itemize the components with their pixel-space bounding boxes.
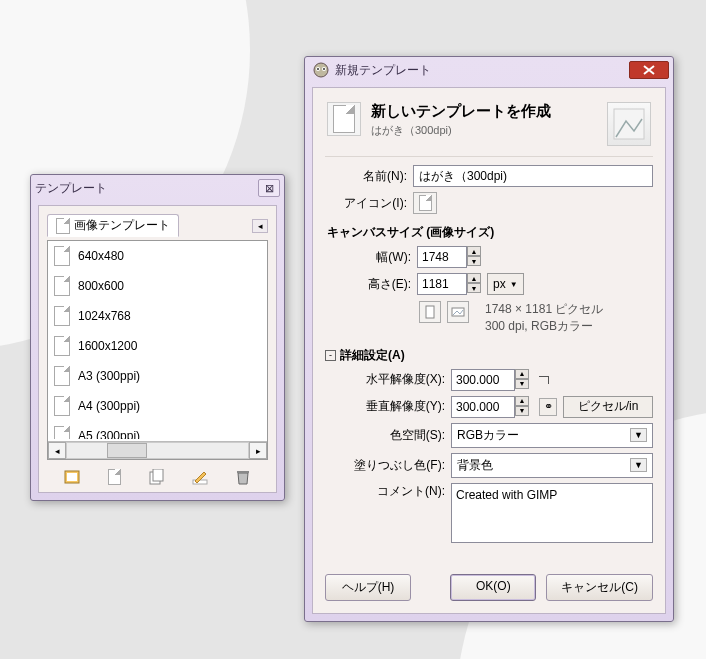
svg-rect-5 <box>237 471 249 473</box>
colorspace-combo[interactable]: RGBカラー▼ <box>451 423 653 448</box>
window-title: テンプレート <box>35 180 256 197</box>
tab-image-templates[interactable]: 画像テンプレート <box>47 214 179 237</box>
template-list: 640x480800x6001024x7681600x1200A3 (300pp… <box>47 240 268 460</box>
spin-up-icon[interactable]: ▲ <box>515 396 529 406</box>
comment-field[interactable] <box>451 483 653 543</box>
ok-button[interactable]: OK(O) <box>450 574 536 601</box>
list-item[interactable]: 640x480 <box>48 241 267 271</box>
list-item[interactable]: 1600x1200 <box>48 331 267 361</box>
height-field[interactable] <box>417 273 467 295</box>
svg-point-9 <box>317 68 319 70</box>
header-subtitle: はがき（300dpi) <box>371 123 597 138</box>
fill-label: 塗りつぶし色(F): <box>339 457 445 474</box>
page-icon <box>56 218 70 234</box>
portrait-button[interactable] <box>419 301 441 323</box>
button-bar: ヘルプ(H) OK(O) キャンセル(C) <box>325 574 653 601</box>
canvas-size-section: キャンバスサイズ (画像サイズ) <box>327 224 653 241</box>
duplicate-template-icon[interactable] <box>148 468 166 486</box>
page-icon <box>54 306 70 326</box>
tab-label: 画像テンプレート <box>74 217 170 234</box>
app-icon <box>313 62 329 78</box>
spin-down-icon[interactable]: ▼ <box>515 406 529 416</box>
fill-combo[interactable]: 背景色▼ <box>451 453 653 478</box>
spin-up-icon[interactable]: ▲ <box>467 273 481 283</box>
list-item-label: A5 (300ppi) <box>78 429 140 439</box>
list-item-label: A4 (300ppi) <box>78 399 140 413</box>
new-template-window: 新規テンプレート 新しいテンプレートを作成 はがき（300dpi) 名前(N):… <box>304 56 674 622</box>
xres-stepper[interactable]: ▲▼ <box>451 369 529 391</box>
templates-window: テンプレート ⊠ 画像テンプレート ◂ 640x480800x6001024x7… <box>30 174 285 501</box>
list-item-label: 1600x1200 <box>78 339 137 353</box>
client-area: 画像テンプレート ◂ 640x480800x6001024x7681600x12… <box>38 205 277 493</box>
list-item[interactable]: A3 (300ppi) <box>48 361 267 391</box>
width-stepper[interactable]: ▲▼ <box>417 246 481 268</box>
tab-menu-icon[interactable]: ◂ <box>252 219 268 233</box>
icon-label: アイコン(I): <box>325 195 407 212</box>
page-icon <box>54 396 70 416</box>
resolution-link <box>539 376 549 384</box>
xres-label: 水平解像度(X): <box>339 371 445 388</box>
spin-up-icon[interactable]: ▲ <box>467 246 481 256</box>
page-icon <box>54 276 70 296</box>
page-icon <box>54 366 70 386</box>
name-field[interactable] <box>413 165 653 187</box>
help-button[interactable]: ヘルプ(H) <box>325 574 411 601</box>
scroll-right-icon[interactable]: ▸ <box>249 442 267 459</box>
width-label: 幅(W): <box>339 249 411 266</box>
list-item-label: A3 (300ppi) <box>78 369 140 383</box>
landscape-button[interactable] <box>447 301 469 323</box>
scroll-left-icon[interactable]: ◂ <box>48 442 66 459</box>
svg-rect-3 <box>153 469 163 481</box>
close-icon[interactable] <box>629 61 669 79</box>
new-template-icon[interactable] <box>106 468 124 486</box>
list-item[interactable]: A4 (300ppi) <box>48 391 267 421</box>
spin-up-icon[interactable]: ▲ <box>515 369 529 379</box>
page-icon <box>54 336 70 356</box>
width-field[interactable] <box>417 246 467 268</box>
icon-picker-button[interactable] <box>413 192 437 214</box>
window-title: 新規テンプレート <box>335 62 627 79</box>
chain-link-icon[interactable]: ⚭ <box>539 398 557 416</box>
list-item-label: 1024x768 <box>78 309 131 323</box>
unit-selector[interactable]: px▼ <box>487 273 524 295</box>
list-item-label: 640x480 <box>78 249 124 263</box>
yres-stepper[interactable]: ▲▼ <box>451 396 529 418</box>
size-info: 1748 × 1181 ピクセル 300 dpi, RGBカラー <box>485 301 603 335</box>
height-stepper[interactable]: ▲▼ <box>417 273 481 295</box>
yres-field[interactable] <box>451 396 515 418</box>
header-title: 新しいテンプレートを作成 <box>371 102 597 121</box>
spin-down-icon[interactable]: ▼ <box>467 283 481 293</box>
resolution-unit-selector[interactable]: ピクセル/in <box>563 396 653 418</box>
create-image-icon[interactable] <box>63 468 81 486</box>
svg-point-6 <box>314 63 328 77</box>
list-item-label: 800x600 <box>78 279 124 293</box>
spin-down-icon[interactable]: ▼ <box>515 379 529 389</box>
list-item[interactable]: A5 (300ppi) <box>48 421 267 439</box>
advanced-expander[interactable]: - 詳細設定(A) <box>325 347 653 364</box>
spin-down-icon[interactable]: ▼ <box>467 256 481 266</box>
page-icon <box>54 246 70 266</box>
toolbar <box>47 468 268 486</box>
horizontal-scrollbar[interactable]: ◂ ▸ <box>48 441 267 459</box>
edit-template-icon[interactable] <box>191 468 209 486</box>
list-item[interactable]: 800x600 <box>48 271 267 301</box>
svg-point-10 <box>323 68 325 70</box>
close-icon[interactable]: ⊠ <box>258 179 280 197</box>
client-area: 新しいテンプレートを作成 はがき（300dpi) 名前(N): アイコン(I):… <box>312 87 666 614</box>
xres-field[interactable] <box>451 369 515 391</box>
page-icon <box>54 426 70 439</box>
cancel-button[interactable]: キャンセル(C) <box>546 574 653 601</box>
name-label: 名前(N): <box>325 168 407 185</box>
colorspace-label: 色空間(S): <box>339 427 445 444</box>
svg-rect-1 <box>67 473 77 481</box>
delete-template-icon[interactable] <box>234 468 252 486</box>
titlebar[interactable]: テンプレート ⊠ <box>31 175 284 201</box>
titlebar[interactable]: 新規テンプレート <box>305 57 673 83</box>
preview-icon <box>607 102 651 146</box>
height-label: 高さ(E): <box>339 276 411 293</box>
comment-label: コメント(N): <box>339 483 445 500</box>
svg-rect-12 <box>426 306 434 318</box>
list-item[interactable]: 1024x768 <box>48 301 267 331</box>
scroll-thumb[interactable] <box>107 443 147 458</box>
template-icon <box>327 102 361 136</box>
